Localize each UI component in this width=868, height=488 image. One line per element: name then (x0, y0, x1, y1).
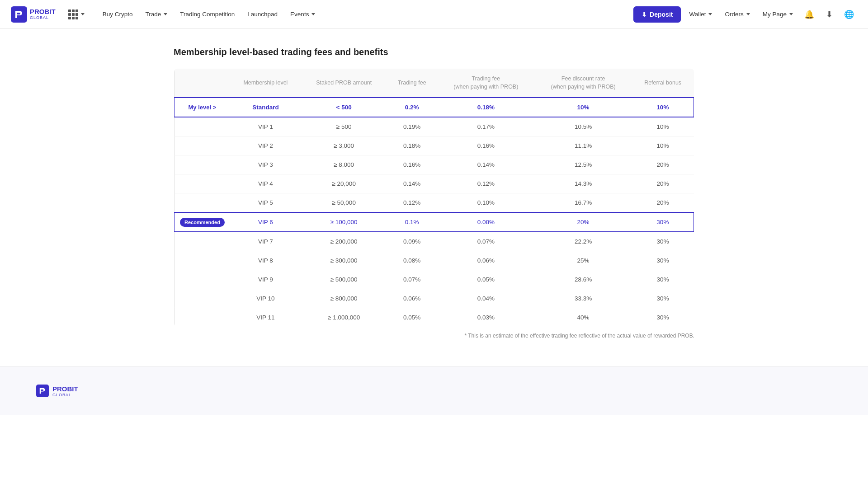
nav-events[interactable]: Events (285, 7, 321, 21)
row-staked-cell: ≥ 500 (301, 117, 387, 136)
logo-icon (11, 6, 27, 23)
page-title: Membership level-based trading fees and … (174, 47, 694, 57)
table-row: VIP 1≥ 5000.19%0.17%10.5%10% (174, 117, 694, 136)
download-button[interactable]: ⬇ (821, 6, 837, 23)
row-badge-cell (174, 117, 230, 136)
row-badge-cell: Recommended (174, 212, 230, 232)
footer-probit: PROBIT (52, 385, 78, 393)
my-level-label: My level > (189, 104, 217, 111)
row-badge-cell (174, 174, 230, 193)
row-badge-cell (174, 232, 230, 251)
row-discount-cell: 28.6% (534, 270, 632, 289)
row-level-cell: VIP 6 (230, 212, 301, 232)
row-discount-cell: 14.3% (534, 174, 632, 193)
row-discount-cell: 11.1% (534, 136, 632, 155)
col-header-prob-fee: Trading fee(when paying with PROB) (437, 69, 534, 98)
row-prob-fee-cell: 0.16% (437, 136, 534, 155)
nav-trade[interactable]: Trade (140, 7, 173, 21)
row-staked-cell: < 500 (301, 98, 387, 117)
row-trading-fee-cell: 0.1% (387, 212, 437, 232)
row-badge-cell (174, 155, 230, 174)
row-level-cell: VIP 7 (230, 232, 301, 251)
row-referral-cell: 30% (632, 251, 694, 270)
logo-probit: PROBIT (30, 8, 56, 16)
row-badge-cell (174, 136, 230, 155)
language-button[interactable]: 🌐 (841, 6, 857, 23)
mypage-button[interactable]: My Page (758, 7, 797, 21)
row-referral-cell: 30% (632, 270, 694, 289)
row-level-cell: VIP 3 (230, 155, 301, 174)
deposit-icon: ⬇ (642, 11, 647, 18)
row-referral-cell: 20% (632, 155, 694, 174)
row-prob-fee-cell: 0.18% (437, 98, 534, 117)
row-level-cell: VIP 4 (230, 174, 301, 193)
row-referral-cell: 30% (632, 232, 694, 251)
row-discount-cell: 40% (534, 308, 632, 327)
row-prob-fee-cell: 0.17% (437, 117, 534, 136)
grid-menu-button[interactable] (65, 7, 88, 22)
row-prob-fee-cell: 0.06% (437, 251, 534, 270)
nav-trading-competition[interactable]: Trading Competition (175, 7, 240, 21)
nav-buy-crypto[interactable]: Buy Crypto (97, 7, 138, 21)
row-level-cell: VIP 9 (230, 270, 301, 289)
nav-launchpad[interactable]: Launchpad (242, 7, 283, 21)
table-row: VIP 8≥ 300,0000.08%0.06%25%30% (174, 251, 694, 270)
nav-links: Buy Crypto Trade Trading Competition Lau… (97, 7, 321, 21)
col-header-badge (174, 69, 230, 98)
table-body: My level >Standard< 5000.2%0.18%10%10%VI… (174, 98, 694, 327)
row-trading-fee-cell: 0.2% (387, 98, 437, 117)
row-referral-cell: 20% (632, 174, 694, 193)
row-level-cell: VIP 11 (230, 308, 301, 327)
row-referral-cell: 30% (632, 289, 694, 308)
table-row: VIP 4≥ 20,0000.14%0.12%14.3%20% (174, 174, 694, 193)
orders-button[interactable]: Orders (720, 7, 754, 21)
main-content: Membership level-based trading fees and … (163, 29, 705, 366)
navbar-right: ⬇ Deposit Wallet Orders My Page 🔔 ⬇ 🌐 (633, 6, 857, 23)
row-discount-cell: 12.5% (534, 155, 632, 174)
deposit-button[interactable]: ⬇ Deposit (633, 6, 681, 23)
row-trading-fee-cell: 0.14% (387, 174, 437, 193)
row-discount-cell: 20% (534, 212, 632, 232)
logo-global: GLOBAL (30, 16, 56, 20)
row-level-cell: VIP 1 (230, 117, 301, 136)
row-badge-cell (174, 289, 230, 308)
row-badge-cell (174, 308, 230, 327)
notification-button[interactable]: 🔔 (801, 6, 817, 23)
row-level-cell: VIP 10 (230, 289, 301, 308)
recommended-badge: Recommended (180, 218, 225, 227)
row-staked-cell: ≥ 8,000 (301, 155, 387, 174)
row-discount-cell: 33.3% (534, 289, 632, 308)
table-row: VIP 9≥ 500,0000.07%0.05%28.6%30% (174, 270, 694, 289)
row-referral-cell: 30% (632, 308, 694, 327)
row-badge-cell (174, 193, 230, 213)
logo-text: PROBIT GLOBAL (30, 8, 56, 20)
row-prob-fee-cell: 0.12% (437, 174, 534, 193)
row-trading-fee-cell: 0.19% (387, 117, 437, 136)
footer-logo: PROBIT GLOBAL (36, 385, 78, 397)
row-prob-fee-cell: 0.03% (437, 308, 534, 327)
row-trading-fee-cell: 0.05% (387, 308, 437, 327)
col-header-trading-fee: Trading fee (387, 69, 437, 98)
row-trading-fee-cell: 0.07% (387, 270, 437, 289)
wallet-button[interactable]: Wallet (684, 7, 717, 21)
row-staked-cell: ≥ 800,000 (301, 289, 387, 308)
row-staked-cell: ≥ 500,000 (301, 270, 387, 289)
row-staked-cell: ≥ 20,000 (301, 174, 387, 193)
row-staked-cell: ≥ 300,000 (301, 251, 387, 270)
orders-chevron-icon (746, 13, 750, 15)
row-prob-fee-cell: 0.07% (437, 232, 534, 251)
row-level-cell: VIP 5 (230, 193, 301, 213)
row-staked-cell: ≥ 100,000 (301, 212, 387, 232)
row-discount-cell: 10% (534, 98, 632, 117)
row-trading-fee-cell: 0.08% (387, 251, 437, 270)
row-trading-fee-cell: 0.12% (387, 193, 437, 213)
row-referral-cell: 10% (632, 98, 694, 117)
row-referral-cell: 20% (632, 193, 694, 213)
row-trading-fee-cell: 0.06% (387, 289, 437, 308)
logo[interactable]: PROBIT GLOBAL (11, 6, 56, 23)
row-discount-cell: 22.2% (534, 232, 632, 251)
row-discount-cell: 16.7% (534, 193, 632, 213)
row-trading-fee-cell: 0.09% (387, 232, 437, 251)
row-level-cell: Standard (230, 98, 301, 117)
fee-table: Membership level Staked PROB amount Trad… (174, 68, 694, 327)
